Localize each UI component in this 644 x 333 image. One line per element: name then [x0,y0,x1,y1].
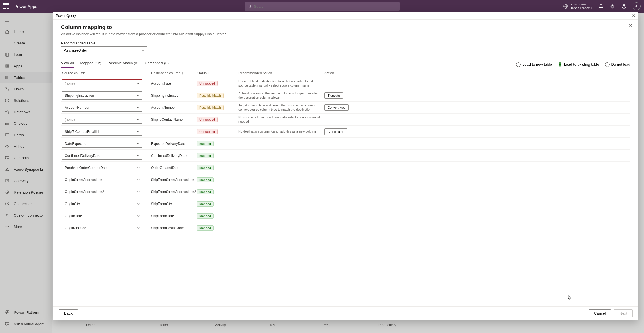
source-column-value: ShipToContactEmailId [65,130,99,134]
help-icon[interactable] [621,3,627,9]
col-header-destination[interactable]: Destination column ↓ [151,71,197,75]
environment-picker[interactable]: Environment Japan France 1 [563,3,592,10]
action-button[interactable]: Convert type [324,104,349,111]
list-icon [5,121,10,126]
app-header: Power Apps Environment Japan France 1 SJ [0,0,644,13]
back-button[interactable]: Back [59,309,78,317]
col-header-recommended[interactable]: Recommended Action ↓ [238,71,324,75]
source-column-select[interactable]: OriginState [62,212,142,220]
sidebar-item-azure-synapse-li[interactable]: Azure Synapse Li [0,163,52,175]
sidebar-item-chatbots[interactable]: Chatbots [0,152,52,163]
tab-unmapped[interactable]: Unmapped (3) [145,61,169,68]
action-button[interactable]: Truncate [324,92,343,99]
chevron-down-icon [136,94,140,97]
sidebar-item-home[interactable]: Home [0,26,52,37]
panel-close-icon[interactable]: ✕ [629,23,633,28]
sidebar-item-label: Azure Synapse Li [14,167,43,172]
sidebar-item-solutions[interactable]: Solutions [0,95,52,106]
sidebar-item-label: Choices [14,121,27,126]
status-badge: Mapped [197,201,214,207]
global-search[interactable] [245,2,400,11]
next-button[interactable]: Next [614,309,633,317]
global-search-input[interactable] [254,4,397,9]
dataflow-icon [5,109,10,114]
source-column-select[interactable]: PurchaseOrderCreatedDate [62,164,142,172]
svg-point-26 [5,111,7,112]
app-launcher-icon[interactable] [3,3,9,9]
gateway-icon [5,178,10,183]
sidebar-item-cards[interactable]: Cards [0,129,52,141]
sidebar-item-label: Connections [14,202,34,206]
source-column-select[interactable]: AccountNumber [62,104,142,112]
environment-name: Japan France 1 [571,6,592,10]
sidebar-item-tables[interactable]: Tables [0,72,52,83]
source-column-select[interactable]: OriginStreetAddressLine1 [62,176,142,184]
tab-mapped[interactable]: Mapped (12) [80,61,101,68]
radio-new-table[interactable]: Load to new table [516,62,552,67]
sidebar-power-platform[interactable]: Power Platform [0,307,52,318]
sidebar-item-apps[interactable]: Apps [0,60,52,72]
sidebar-item-more[interactable]: More [0,221,52,232]
destination-column-value: ShippingInstruction [151,94,197,98]
action-button[interactable]: Add column [324,128,347,135]
sidebar-collapse[interactable] [0,14,52,26]
source-column-select[interactable]: ShipToContactEmailId [62,128,142,136]
chevron-down-icon [136,166,140,170]
modal-footer: Back Cancel Next [53,306,638,320]
svg-point-36 [5,124,6,125]
status-badge: Possible Match [197,105,224,110]
tab-view-all[interactable]: View all [61,61,74,68]
mapping-row: OriginStreetAddressLine1 ShipFromStreetA… [61,174,630,186]
sidebar-item-gateways[interactable]: Gateways [0,175,52,186]
sidebar-item-choices[interactable]: Choices [0,118,52,129]
col-header-status[interactable]: Status ↓ [197,71,238,75]
source-column-select[interactable]: ConfirmedDeliveryDate [62,152,142,160]
col-header-action[interactable]: Action ↓ [324,71,337,75]
svg-point-6 [612,5,613,7]
tabs-row: View all Mapped (12) Possible Match (3) … [61,61,630,68]
modal-body: ✕ Column mapping to An active instance w… [53,20,638,306]
power-query-modal: Power Query ✕ ✕ Column mapping to An act… [53,12,638,320]
bg-table-row[interactable]: Letter ⋮ letter Activity Yes Yes Product… [83,320,635,330]
user-avatar[interactable]: SJ [633,2,641,10]
status-badge: Possible Match [197,93,224,98]
tab-possible-match[interactable]: Possible Match (3) [107,61,138,68]
sidebar-item-custom-connecto[interactable]: Custom connecto [0,209,52,221]
mapping-row: ShipToContactEmailId Unmapped No destina… [61,126,630,138]
notifications-icon[interactable] [598,3,604,9]
sort-icon: ↓ [208,71,210,75]
sidebar-item-flows[interactable]: Flows [0,83,52,95]
nav-sidebar: HomeCreateLearnAppsTablesFlowsSolutionsD… [0,13,52,333]
sidebar-item-learn[interactable]: Learn [0,49,52,60]
chevron-down-icon [136,130,140,133]
radio-do-not-load[interactable]: Do not load [605,62,631,67]
sidebar-item-connections[interactable]: Connections [0,198,52,209]
sidebar-item-dataflows[interactable]: Dataflows [0,106,52,118]
source-column-value: ShippingInstruction [65,94,94,98]
source-column-select[interactable]: OriginCity [62,200,142,208]
settings-icon[interactable] [610,3,615,9]
source-column-select[interactable]: OriginStreetAddressLine2 [62,188,142,196]
source-column-select[interactable]: OriginZipcode [62,224,142,232]
close-icon[interactable]: ✕ [632,13,635,18]
source-column-select[interactable]: ShippingInstruction [62,91,142,100]
sidebar-item-label: Flows [14,87,24,91]
sidebar-item-ai-hub[interactable]: AI hub [0,141,52,152]
sidebar-item-create[interactable]: Create [0,37,52,49]
radio-existing-table[interactable]: Load to existing table [558,62,599,67]
svg-rect-20 [5,76,9,79]
source-column-select[interactable]: (none) [62,79,142,87]
source-column-select[interactable]: (none) [62,116,142,124]
destination-column-value: ShipFromStreetAddressLine1 [151,178,197,182]
environment-label: Environment [571,3,592,6]
sidebar-virtual-agent[interactable]: Ask a virtual agent [0,318,52,330]
col-header-source[interactable]: Source column ↓ [62,71,151,75]
chevron-down-icon [136,190,140,194]
sidebar-item-retention-policies[interactable]: Retention Policies [0,186,52,198]
source-column-value: DateExpected [65,142,86,146]
cancel-button[interactable]: Cancel [589,309,611,317]
source-column-select[interactable]: DateExpected [62,140,142,148]
destination-column-value: AccountType [151,81,197,85]
chevron-down-icon [141,49,144,52]
recommended-table-select[interactable]: PurchaseOrder [61,46,147,54]
